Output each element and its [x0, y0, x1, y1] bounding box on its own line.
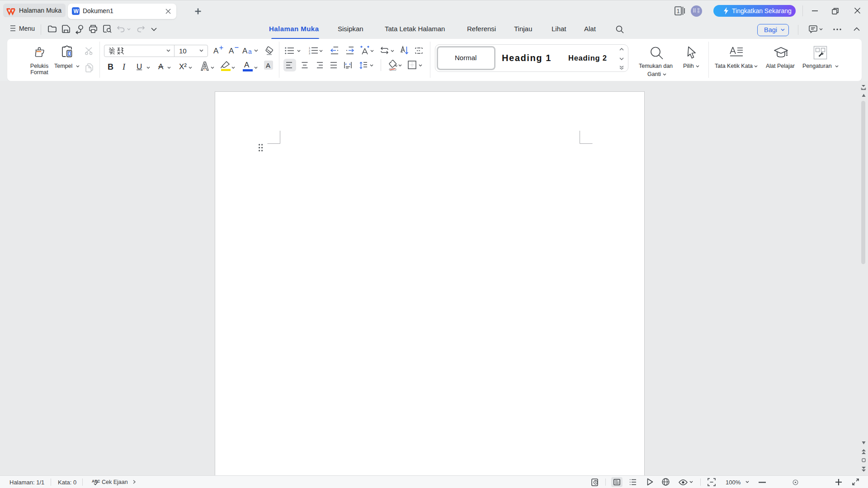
svg-text:ABC: ABC [92, 479, 100, 483]
svg-text:3: 3 [309, 52, 310, 55]
svg-text:1: 1 [677, 8, 680, 14]
